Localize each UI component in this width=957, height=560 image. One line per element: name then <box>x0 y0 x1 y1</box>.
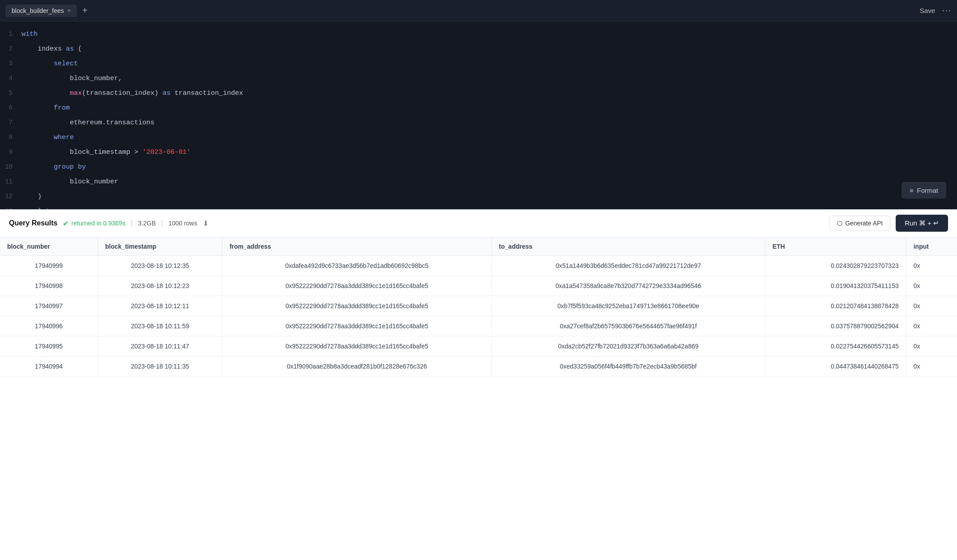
table-column-header: block_timestamp <box>98 238 222 256</box>
table-cell: 0x <box>906 316 957 336</box>
tab-block-builder-fees[interactable]: block_builder_fees × <box>5 4 77 17</box>
table-row: 179409972023-08-18 10:12:110x95222290dd7… <box>0 296 957 316</box>
table-header: block_numberblock_timestampfrom_addresst… <box>0 238 957 256</box>
code-token <box>21 60 54 68</box>
line-content: block_number, <box>21 72 122 86</box>
code-token <box>21 89 70 97</box>
line-number: 6 <box>0 101 21 115</box>
table-row: 179409992023-08-18 10:12:350xdafea492d9c… <box>0 256 957 276</box>
code-line: 1with <box>0 27 957 42</box>
table-cell: 17940997 <box>0 296 98 316</box>
line-number: 7 <box>0 115 21 130</box>
status-badge: ✔ returned in 0.9369s <box>63 219 125 228</box>
table-cell: 0.021207484138878428 <box>765 296 906 316</box>
table-cell: 2023-08-18 10:11:47 <box>98 336 222 356</box>
results-header-right: ⬡ Generate API Run ⌘ + ↵ <box>829 215 948 232</box>
table-column-header: ETH <box>765 238 906 256</box>
code-token: max <box>70 89 82 97</box>
code-token: group <box>54 163 74 171</box>
table-cell: 0xa1a547358a9ca8e7b320d7742729e3334ad965… <box>491 276 765 296</box>
code-line: 13 let <box>0 204 957 209</box>
table-cell: 0x95222290dd7278aa3ddd389cc1e1d165cc4baf… <box>222 276 491 296</box>
code-token: as <box>162 89 171 97</box>
table-column-header: block_number <box>0 238 98 256</box>
table-cell: 17940994 <box>0 356 98 377</box>
code-editor[interactable]: 1with2 indexs as (3 select4 block_number… <box>0 21 957 209</box>
table-cell: 0.019041320375411153 <box>765 276 906 296</box>
table-cell: 0x <box>906 256 957 276</box>
line-content: ) <box>21 190 42 204</box>
line-number: 5 <box>0 86 21 100</box>
tab-bar-right: Save ··· <box>920 6 952 15</box>
line-number: 12 <box>0 189 21 204</box>
table-cell: 0xa27cef8af2b6575903b676e5644657fae96f49… <box>491 316 765 336</box>
code-line: 2 indexs as ( <box>0 42 957 56</box>
code-token: (transaction_index) <box>82 89 162 97</box>
code-line: 12 ) <box>0 189 957 204</box>
code-token: block_timestamp > <box>21 148 142 156</box>
code-token: by <box>78 163 86 171</box>
line-number: 2 <box>0 42 21 56</box>
table-cell: 0x1f9090aae28b8a3dceadf281b0f12828e676c3… <box>222 356 491 377</box>
table-cell: 0x95222290dd7278aa3ddd389cc1e1d165cc4baf… <box>222 336 491 356</box>
table-cell: 0x <box>906 276 957 296</box>
table-row: 179409962023-08-18 10:11:590x95222290dd7… <box>0 316 957 336</box>
code-token: indexs <box>21 45 66 53</box>
code-token: block_number, <box>21 75 122 82</box>
line-content: where <box>21 131 74 145</box>
more-options-button[interactable]: ··· <box>942 6 952 15</box>
code-token: block_number <box>21 178 118 186</box>
line-number: 4 <box>0 71 21 85</box>
tab-close-button[interactable]: × <box>68 8 71 14</box>
results-area: Query Results ✔ returned in 0.9369s | 3.… <box>0 209 957 560</box>
code-token: select <box>54 60 78 68</box>
meta-sep-2: | <box>161 219 163 227</box>
gen-api-label: Generate API <box>845 220 883 227</box>
result-rows: 1000 rows <box>168 220 197 227</box>
line-content: block_number <box>21 175 118 189</box>
code-line: 5 max(transaction_index) as transaction_… <box>0 86 957 101</box>
save-button[interactable]: Save <box>920 7 935 14</box>
run-label: Run ⌘ + ↵ <box>905 219 939 227</box>
status-text: returned in 0.9369s <box>71 220 125 227</box>
table-cell: 0x51a1449b3b6d635eddec781cd47a99221712de… <box>491 256 765 276</box>
code-token: as <box>66 45 74 53</box>
meta-sep-1: | <box>131 219 132 227</box>
table-body: 179409992023-08-18 10:12:350xdafea492d9c… <box>0 256 957 377</box>
line-content: with <box>21 27 38 42</box>
table-cell: 0xb7f5f593ca48c9252eba1749713e8661708ee9… <box>491 296 765 316</box>
generate-api-button[interactable]: ⬡ Generate API <box>829 216 890 231</box>
table-row: 179409942023-08-18 10:11:350x1f9090aae28… <box>0 356 957 377</box>
format-button[interactable]: ≡ Format <box>901 182 946 199</box>
table-column-header: to_address <box>491 238 765 256</box>
line-content: select <box>21 57 78 71</box>
table-cell: 2023-08-18 10:11:59 <box>98 316 222 336</box>
status-dot: ✔ <box>63 219 68 228</box>
line-number: 8 <box>0 130 21 144</box>
table-cell: 0xdafea492d9c6733ae3d56b7ed1adb60692c98b… <box>222 256 491 276</box>
line-number: 13 <box>0 204 21 209</box>
code-token <box>74 163 78 171</box>
tab-label: block_builder_fees <box>12 7 64 14</box>
new-tab-button[interactable]: + <box>82 5 88 16</box>
run-button[interactable]: Run ⌘ + ↵ <box>896 215 948 232</box>
gen-api-icon: ⬡ <box>837 220 842 227</box>
code-token: where <box>54 134 74 141</box>
line-number: 11 <box>0 174 21 189</box>
line-number: 3 <box>0 56 21 71</box>
code-token: ( <box>74 45 82 53</box>
table-cell: 17940999 <box>0 256 98 276</box>
line-content: max(transaction_index) as transaction_in… <box>21 86 243 101</box>
code-token: ethereum.transactions <box>21 119 154 127</box>
line-content: group by <box>21 160 86 174</box>
results-table-container[interactable]: block_numberblock_timestampfrom_addresst… <box>0 238 957 560</box>
table-cell: 17940998 <box>0 276 98 296</box>
download-icon[interactable]: ⬇ <box>203 219 209 228</box>
table-cell: 2023-08-18 10:11:35 <box>98 356 222 377</box>
tab-bar-left: block_builder_fees × + <box>5 4 87 17</box>
results-table: block_numberblock_timestampfrom_addresst… <box>0 238 957 377</box>
table-cell: 0xda2cb52f27fb72021d9323f7b363a6a6ab42a8… <box>491 336 765 356</box>
results-header: Query Results ✔ returned in 0.9369s | 3.… <box>0 209 957 238</box>
code-token <box>21 134 54 141</box>
table-column-header: input <box>906 238 957 256</box>
